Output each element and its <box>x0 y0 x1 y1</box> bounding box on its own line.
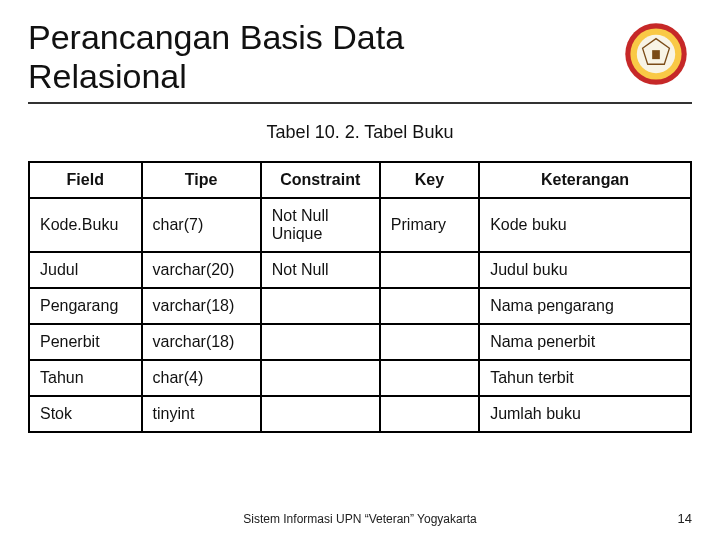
cell-field: Tahun <box>29 360 142 396</box>
cell-keterangan: Kode buku <box>479 198 691 252</box>
table-row: StoktinyintJumlah buku <box>29 396 691 432</box>
col-constraint: Constraint <box>261 162 380 198</box>
cell-constraint: Not Null <box>261 252 380 288</box>
cell-constraint <box>261 288 380 324</box>
cell-tipe: char(7) <box>142 198 261 252</box>
svg-rect-4 <box>652 50 660 59</box>
cell-tipe: varchar(18) <box>142 324 261 360</box>
cell-keterangan: Judul buku <box>479 252 691 288</box>
col-key: Key <box>380 162 479 198</box>
table-header-row: Field Tipe Constraint Key Keterangan <box>29 162 691 198</box>
cell-key <box>380 396 479 432</box>
table-caption: Tabel 10. 2. Tabel Buku <box>28 122 692 143</box>
title-line-2: Relasional <box>28 57 187 95</box>
cell-key <box>380 324 479 360</box>
cell-field: Judul <box>29 252 142 288</box>
cell-constraint <box>261 396 380 432</box>
cell-keterangan: Tahun terbit <box>479 360 691 396</box>
cell-field: Penerbit <box>29 324 142 360</box>
table-row: Penerbitvarchar(18)Nama penerbit <box>29 324 691 360</box>
university-logo-icon <box>624 22 688 86</box>
cell-field: Pengarang <box>29 288 142 324</box>
cell-key <box>380 252 479 288</box>
cell-key: Primary <box>380 198 479 252</box>
table-row: Pengarangvarchar(18)Nama pengarang <box>29 288 691 324</box>
title-block: Perancangan Basis Data Relasional <box>28 18 692 104</box>
schema-table: Field Tipe Constraint Key Keterangan Kod… <box>28 161 692 433</box>
cell-key <box>380 288 479 324</box>
title-line-1: Perancangan Basis Data <box>28 18 404 56</box>
page-number: 14 <box>678 511 692 526</box>
cell-constraint <box>261 360 380 396</box>
col-keterangan: Keterangan <box>479 162 691 198</box>
cell-key <box>380 360 479 396</box>
cell-constraint: Not NullUnique <box>261 198 380 252</box>
cell-tipe: tinyint <box>142 396 261 432</box>
cell-tipe: char(4) <box>142 360 261 396</box>
cell-keterangan: Nama penerbit <box>479 324 691 360</box>
table-row: Tahunchar(4)Tahun terbit <box>29 360 691 396</box>
col-field: Field <box>29 162 142 198</box>
cell-tipe: varchar(20) <box>142 252 261 288</box>
footer-text: Sistem Informasi UPN “Veteran” Yogyakart… <box>0 512 720 526</box>
cell-tipe: varchar(18) <box>142 288 261 324</box>
slide-title: Perancangan Basis Data Relasional <box>28 18 692 96</box>
table-row: Judulvarchar(20)Not NullJudul buku <box>29 252 691 288</box>
cell-keterangan: Jumlah buku <box>479 396 691 432</box>
cell-field: Kode.Buku <box>29 198 142 252</box>
cell-field: Stok <box>29 396 142 432</box>
col-tipe: Tipe <box>142 162 261 198</box>
table-row: Kode.Bukuchar(7)Not NullUniquePrimaryKod… <box>29 198 691 252</box>
cell-keterangan: Nama pengarang <box>479 288 691 324</box>
cell-constraint <box>261 324 380 360</box>
